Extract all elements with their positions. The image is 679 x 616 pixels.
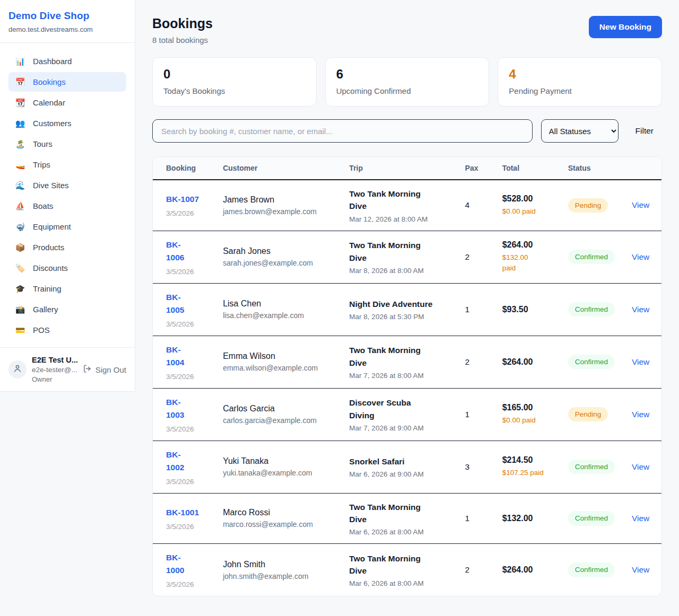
sidebar-item-equipment[interactable]: 🤿 Equipment bbox=[8, 217, 126, 236]
table-row: BK-1000 3/5/2026 John Smith john.smith@e… bbox=[153, 544, 661, 596]
trip-datetime: Mar 6, 2026 at 8:00 AM bbox=[349, 528, 452, 536]
user-role: Owner bbox=[32, 375, 77, 383]
search-input[interactable] bbox=[152, 119, 533, 143]
status-cell: Confirmed bbox=[562, 283, 625, 336]
view-link[interactable]: View bbox=[632, 462, 649, 471]
view-link[interactable]: View bbox=[632, 357, 649, 366]
table-row: BK-1001 3/5/2026 Marco Rossi marco.rossi… bbox=[153, 493, 661, 544]
sidebar-item-dashboard[interactable]: 📊 Dashboard bbox=[8, 51, 126, 71]
stat-value: 4 bbox=[509, 67, 651, 82]
bookings-table: Booking Customer Trip Pax Total Status B… bbox=[153, 157, 661, 596]
sidebar-item-products[interactable]: 📦 Products bbox=[8, 237, 126, 257]
pax-value: 2 bbox=[465, 565, 470, 574]
stat-value: 6 bbox=[336, 67, 478, 82]
pax-value: 1 bbox=[465, 514, 470, 523]
booking-date: 3/5/2026 bbox=[166, 523, 210, 531]
booking-id-link[interactable]: BK-1000 bbox=[166, 551, 190, 577]
stat-label: Today's Bookings bbox=[163, 86, 306, 95]
new-booking-button[interactable]: New Booking bbox=[589, 16, 662, 38]
pax-cell: 3 bbox=[459, 441, 496, 493]
sign-out-label: Sign Out bbox=[95, 365, 126, 374]
trip-cell: Two Tank Morning Dive Mar 8, 2026 at 8:0… bbox=[343, 231, 458, 283]
view-link[interactable]: View bbox=[632, 200, 649, 209]
sidebar-item-pos[interactable]: 💳 POS bbox=[8, 320, 126, 340]
status-cell: Confirmed bbox=[562, 336, 625, 388]
sidebar-item-dive-sites[interactable]: 🌊 Dive Sites bbox=[8, 175, 126, 195]
sidebar-item-trips[interactable]: 🚤 Trips bbox=[8, 155, 126, 174]
booking-id-link[interactable]: BK-1005 bbox=[166, 291, 190, 316]
booking-id-link[interactable]: BK-1002 bbox=[166, 448, 190, 474]
bookings-table-card: Booking Customer Trip Pax Total Status B… bbox=[152, 156, 662, 596]
user-info: E2E Test U... e2e-tester@... Owner bbox=[32, 356, 77, 383]
trip-name: Night Dive Adventure bbox=[349, 298, 435, 310]
booking-date: 3/5/2026 bbox=[166, 373, 210, 381]
customer-email: john.smith@example.com bbox=[223, 572, 336, 580]
column-header-booking: Booking bbox=[153, 157, 216, 180]
view-link[interactable]: View bbox=[632, 514, 649, 523]
desert-island-icon: 🏝️ bbox=[15, 140, 25, 148]
page-header-text: Bookings 8 total bookings bbox=[152, 12, 213, 45]
view-link[interactable]: View bbox=[632, 410, 649, 419]
stat-card-pending-payment: 4 Pending Payment bbox=[498, 57, 662, 107]
user-footer: E2E Test U... e2e-tester@... Owner Sign … bbox=[0, 347, 135, 391]
total-amount: $264.00 bbox=[502, 565, 555, 575]
sidebar-item-bookings[interactable]: 📅 Bookings bbox=[8, 72, 126, 92]
view-link[interactable]: View bbox=[632, 305, 649, 314]
sidebar-item-label: Gallery bbox=[33, 305, 58, 314]
label-tag-icon: 🏷️ bbox=[15, 264, 25, 272]
sidebar-item-calendar[interactable]: 📆 Calendar bbox=[8, 93, 126, 112]
total-amount: $264.00 bbox=[502, 357, 555, 367]
view-link[interactable]: View bbox=[632, 565, 649, 574]
customer-name: Marco Rossi bbox=[223, 508, 336, 517]
booking-id-link[interactable]: BK-1007 bbox=[166, 193, 199, 206]
filter-button[interactable]: Filter bbox=[627, 126, 662, 136]
status-filter-select[interactable]: All Statuses bbox=[541, 119, 619, 143]
trip-datetime: Mar 6, 2026 at 8:00 AM bbox=[349, 579, 452, 587]
sidebar-item-label: Products bbox=[33, 243, 64, 252]
total-cell: $528.00 $0.00 paid bbox=[496, 180, 562, 231]
trip-name: Snorkel Safari bbox=[349, 455, 435, 468]
sidebar-item-label: Dashboard bbox=[33, 57, 72, 66]
column-header-trip: Trip bbox=[343, 157, 458, 180]
total-cell: $165.00 $0.00 paid bbox=[496, 388, 562, 441]
sidebar-nav: 📊 Dashboard 📅 Bookings 📆 Calendar 👥 Cust… bbox=[0, 43, 135, 347]
booking-id-link[interactable]: BK-1003 bbox=[166, 396, 190, 421]
sidebar-item-tours[interactable]: 🏝️ Tours bbox=[8, 134, 126, 154]
total-cell: $93.50 bbox=[496, 283, 562, 336]
stat-card-todays-bookings: 0 Today's Bookings bbox=[152, 57, 317, 107]
column-header-actions bbox=[625, 157, 661, 180]
sidebar-item-customers[interactable]: 👥 Customers bbox=[8, 113, 126, 133]
sidebar-item-training[interactable]: 🎓 Training bbox=[8, 279, 126, 298]
booking-date: 3/5/2026 bbox=[166, 320, 210, 328]
action-cell: View bbox=[625, 231, 661, 283]
booking-id-link[interactable]: BK-1001 bbox=[166, 506, 199, 519]
pax-value: 1 bbox=[465, 410, 470, 419]
pax-value: 4 bbox=[465, 200, 470, 209]
booking-id-link[interactable]: BK-1006 bbox=[166, 239, 190, 264]
status-cell: Confirmed bbox=[562, 493, 625, 544]
pax-cell: 2 bbox=[459, 544, 496, 596]
booking-date: 3/5/2026 bbox=[166, 580, 210, 588]
people-icon: 👥 bbox=[15, 119, 25, 127]
status-badge: Confirmed bbox=[568, 302, 615, 317]
view-link[interactable]: View bbox=[632, 252, 649, 261]
customer-email: lisa.chen@example.com bbox=[223, 311, 336, 320]
sidebar-item-gallery[interactable]: 📸 Gallery bbox=[8, 300, 126, 319]
sidebar-item-discounts[interactable]: 🏷️ Discounts bbox=[8, 258, 126, 278]
booking-id-link[interactable]: BK-1004 bbox=[166, 344, 190, 369]
amount-paid: $0.00 paid bbox=[502, 415, 555, 426]
booking-cell: BK-1000 3/5/2026 bbox=[153, 544, 216, 596]
trip-cell: Discover Scuba Diving Mar 7, 2026 at 9:0… bbox=[343, 388, 458, 441]
sidebar-item-label: Tours bbox=[33, 139, 53, 148]
status-cell: Confirmed bbox=[562, 441, 625, 493]
avatar bbox=[8, 360, 27, 379]
booking-cell: BK-1005 3/5/2026 bbox=[153, 283, 216, 336]
pax-value: 1 bbox=[465, 305, 470, 314]
sidebar-item-boats[interactable]: ⛵ Boats bbox=[8, 196, 126, 216]
sidebar-item-label: Training bbox=[33, 284, 62, 293]
customer-name: Yuki Tanaka bbox=[223, 456, 336, 466]
stat-label: Upcoming Confirmed bbox=[336, 86, 478, 95]
sign-out-button[interactable]: Sign Out bbox=[83, 364, 126, 375]
total-amount: $214.50 bbox=[502, 455, 555, 465]
graduation-cap-icon: 🎓 bbox=[15, 285, 25, 293]
